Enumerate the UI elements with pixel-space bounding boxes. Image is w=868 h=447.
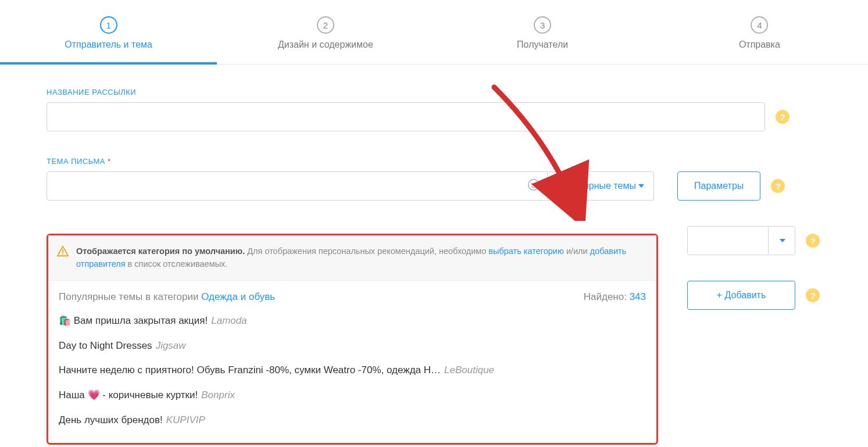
svg-point-0 — [528, 179, 539, 189]
help-icon[interactable]: ? — [806, 234, 820, 248]
category-link[interactable]: Одежда и обувь — [201, 291, 275, 302]
chevron-down-icon — [780, 239, 785, 242]
subject-field: ТЕМА ПИСЬМА* Популярные темы Параметры ? — [47, 157, 821, 201]
emoji-picker-icon[interactable] — [527, 178, 540, 194]
parameters-button[interactable]: Параметры — [677, 171, 760, 201]
panel-header: Популярные темы в категории Одежда и обу… — [48, 281, 656, 309]
sender-select[interactable] — [687, 226, 795, 255]
svg-point-4 — [62, 253, 63, 255]
found-count: 343 — [630, 291, 646, 302]
suggestion-brand: Jigsaw — [156, 340, 186, 351]
panel-notice: Отображается категория по умолчанию. Для… — [48, 235, 656, 281]
notice-text-1: Для отображения персональных рекомендаци… — [245, 246, 488, 256]
add-button[interactable]: + Добавить — [687, 281, 795, 310]
step-4-label: Отправка — [651, 40, 868, 50]
suggestion-item[interactable]: 🛍️ Вам пришла закрытая акция!Lamoda — [59, 309, 646, 334]
step-1-label: Отправитель и тема — [0, 40, 217, 50]
suggestion-brand: LeBoutique — [444, 364, 494, 376]
help-icon[interactable]: ? — [771, 179, 785, 193]
campaign-name-field: НАЗВАНИЕ РАССЫЛКИ ? — [47, 88, 821, 131]
suggestion-brand: Lamoda — [211, 315, 247, 326]
popular-topics-dropdown[interactable]: Популярные темы — [548, 171, 654, 201]
svg-point-2 — [535, 183, 536, 184]
found-label: Найдено: — [584, 291, 630, 302]
step-2-number: 2 — [317, 16, 334, 34]
subject-input-wrap — [47, 171, 548, 201]
suggestion-item[interactable]: Наша 💗 - коричневые куртки!Bonprix — [59, 383, 646, 408]
suggestion-item[interactable]: День лучших брендов!KUPIVIP — [59, 408, 646, 433]
popular-topics-panel: Отображается категория по умолчанию. Для… — [47, 234, 658, 445]
subject-input[interactable] — [54, 172, 527, 200]
suggestion-brand: Bonprix — [201, 389, 235, 400]
step-1[interactable]: 1 Отправитель и тема — [0, 0, 217, 64]
chevron-down-icon — [638, 184, 644, 188]
step-3-label: Получатели — [434, 40, 651, 50]
campaign-name-input[interactable] — [47, 102, 765, 131]
step-1-number: 1 — [100, 16, 117, 34]
step-2-label: Дизайн и содержимое — [217, 40, 434, 50]
help-icon[interactable]: ? — [776, 110, 790, 124]
panel-head-prefix: Популярные темы в категории — [59, 291, 201, 302]
notice-text-3: в список отслеживаемых. — [126, 259, 228, 269]
suggestion-text: День лучших брендов! — [59, 414, 163, 425]
notice-text-2: и/или — [564, 246, 590, 256]
suggestion-text: Начните неделю с приятного! Обувь Franzi… — [59, 364, 441, 376]
notice-strong: Отображается категория по умолчанию. — [76, 246, 245, 256]
step-4-number: 4 — [751, 16, 768, 34]
popular-topics-label: Популярные темы — [557, 181, 636, 191]
suggestion-text: Day to Night Dresses — [59, 340, 152, 351]
suggestion-item[interactable]: Day to Night DressesJigsaw — [59, 334, 646, 359]
suggestion-brand: KUPIVIP — [166, 414, 205, 425]
suggestions-list: 🛍️ Вам пришла закрытая акция!Lamoda Day … — [48, 309, 656, 443]
required-mark: * — [108, 157, 111, 166]
suggestion-text: Наша 💗 - коричневые куртки! — [59, 389, 198, 400]
step-4[interactable]: 4 Отправка — [651, 0, 868, 64]
warning-icon — [56, 245, 69, 258]
help-icon[interactable]: ? — [806, 288, 820, 302]
svg-point-1 — [531, 183, 532, 184]
suggestion-text: 🛍️ Вам пришла закрытая акция! — [59, 315, 208, 326]
campaign-name-label: НАЗВАНИЕ РАССЫЛКИ — [47, 88, 821, 96]
step-3-number: 3 — [534, 16, 551, 34]
step-3[interactable]: 3 Получатели — [434, 0, 651, 64]
subject-label: ТЕМА ПИСЬМА* — [47, 157, 821, 166]
choose-category-link[interactable]: выбрать категорию — [488, 246, 564, 256]
wizard-stepper: 1 Отправитель и тема 2 Дизайн и содержим… — [0, 0, 868, 65]
subject-label-text: ТЕМА ПИСЬМА — [47, 157, 105, 166]
sender-select-arrow — [768, 227, 794, 254]
step-2[interactable]: 2 Дизайн и содержимое — [217, 0, 434, 64]
suggestion-item[interactable]: Начните неделю с приятного! Обувь Franzi… — [59, 358, 646, 383]
